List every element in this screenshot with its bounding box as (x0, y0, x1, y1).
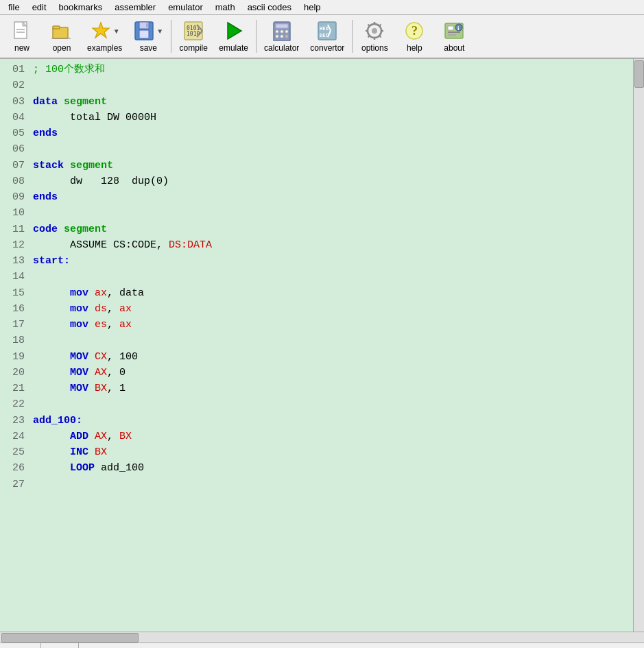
toolbar: new open ▼ examples (0, 15, 644, 59)
about-button[interactable]: i about (435, 16, 473, 56)
sep3 (352, 20, 353, 53)
svg-line-38 (379, 36, 381, 38)
svg-rect-11 (146, 23, 148, 27)
svg-line-40 (368, 36, 370, 38)
convertor-icon: HEX DEC (316, 20, 338, 42)
emulate-button[interactable]: emulate (214, 16, 253, 56)
vertical-scrollbar[interactable] (633, 59, 644, 632)
menu-ascii-codes[interactable]: ascii codes (242, 1, 297, 14)
svg-rect-44 (448, 26, 453, 30)
about-label: about (444, 43, 464, 53)
convertor-label: convertor (310, 43, 344, 53)
svg-marker-17 (228, 23, 241, 39)
help-button[interactable]: ? help (395, 16, 433, 56)
h-scrollbar-thumb[interactable] (1, 633, 139, 643)
examples-icon (90, 20, 112, 42)
compile-icon: 0101 1010 (182, 20, 204, 42)
save-arrow: ▼ (156, 27, 163, 35)
save-label: save (140, 43, 157, 53)
svg-rect-22 (285, 30, 288, 33)
examples-label: examples (87, 43, 122, 53)
svg-rect-25 (285, 35, 288, 38)
line-status: line: 1 (5, 643, 41, 648)
examples-arrow: ▼ (113, 27, 120, 35)
save-button[interactable]: ▼ save (128, 16, 168, 56)
svg-marker-7 (93, 23, 109, 38)
svg-rect-23 (276, 35, 278, 38)
col-status: col: 14 (41, 643, 79, 648)
menu-file[interactable]: file (3, 1, 25, 14)
new-button[interactable]: new (3, 16, 41, 56)
svg-text:DEC: DEC (320, 33, 329, 38)
scrollbar-thumb[interactable] (634, 60, 644, 88)
menu-help[interactable]: help (298, 1, 326, 14)
emulate-label: emulate (219, 43, 248, 53)
menu-edit[interactable]: edit (27, 1, 52, 14)
new-label: new (14, 43, 29, 53)
horizontal-scrollbar[interactable] (0, 632, 644, 643)
svg-text:HEX: HEX (320, 26, 329, 32)
options-label: options (361, 43, 388, 53)
menu-emulator[interactable]: emulator (163, 1, 208, 14)
svg-rect-45 (448, 32, 460, 33)
menubar: file edit bookmarks assembler emulator m… (0, 0, 644, 15)
menu-bookmarks[interactable]: bookmarks (53, 1, 108, 14)
options-button[interactable]: options (355, 16, 394, 56)
help-icon: ? (403, 20, 425, 42)
calculator-button[interactable]: calculator (259, 16, 304, 56)
calculator-icon (271, 20, 293, 42)
about-icon: i (443, 20, 465, 42)
calculator-label: calculator (264, 43, 299, 53)
emulate-icon (223, 20, 245, 42)
statusbar: line: 1 col: 14 drag a file here to open (0, 643, 644, 648)
options-icon (363, 20, 385, 42)
svg-rect-46 (448, 34, 456, 36)
examples-button[interactable]: ▼ examples (82, 16, 127, 56)
code-editor[interactable]: ; 100个数求和 data segment total DW 0000H en… (27, 59, 633, 632)
open-label: open (53, 43, 71, 53)
svg-line-37 (368, 25, 370, 27)
svg-text:?: ? (412, 24, 418, 38)
menu-math[interactable]: math (210, 1, 241, 14)
svg-rect-24 (281, 35, 283, 38)
open-icon (51, 20, 73, 42)
svg-rect-10 (139, 30, 149, 38)
open-button[interactable]: open (43, 16, 81, 56)
save-icon (133, 20, 155, 42)
help-label: help (407, 43, 422, 53)
svg-rect-21 (281, 30, 283, 33)
sep1 (171, 20, 171, 53)
svg-rect-19 (276, 24, 288, 28)
sep2 (256, 20, 257, 53)
editor-container: 01 02 03 04 05 06 07 08 09 10 11 12 13 1… (0, 59, 644, 632)
convertor-button[interactable]: HEX DEC convertor (305, 16, 349, 56)
line-numbers: 01 02 03 04 05 06 07 08 09 10 11 12 13 1… (0, 59, 27, 632)
svg-rect-20 (276, 30, 278, 33)
new-icon (11, 20, 33, 42)
menu-assembler[interactable]: assembler (109, 1, 161, 14)
svg-rect-5 (53, 26, 60, 29)
svg-point-32 (372, 28, 377, 34)
compile-label: compile (180, 43, 208, 53)
compile-button[interactable]: 0101 1010 compile (174, 16, 213, 56)
svg-line-39 (379, 25, 381, 27)
